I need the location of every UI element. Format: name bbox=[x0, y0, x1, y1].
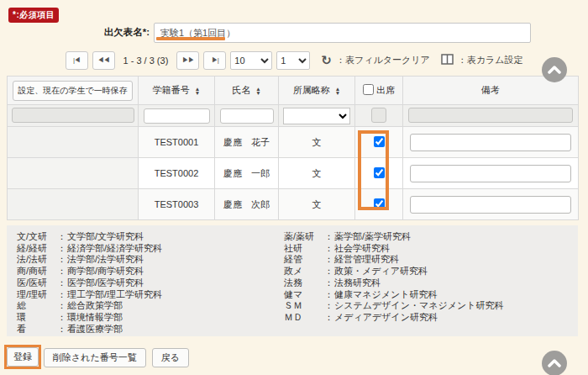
pager-next-button[interactable]: ▶▶ bbox=[176, 51, 199, 70]
legend-item: 法務：法務研究科 bbox=[284, 277, 504, 289]
footer-buttons: 削除された番号一覧 戻る bbox=[44, 348, 189, 367]
legend-item: ＭＤ：メディアデザイン研究科 bbox=[284, 312, 504, 324]
student-id-cell: TEST0001 bbox=[139, 127, 215, 158]
remarks-input[interactable] bbox=[410, 134, 571, 151]
attendance-checkbox[interactable] bbox=[374, 167, 385, 178]
row-lead-cell bbox=[8, 189, 139, 220]
page-size-select[interactable]: 10 bbox=[230, 51, 272, 70]
annotation-register-highlight: 登録 bbox=[4, 345, 41, 369]
remarks-input[interactable] bbox=[410, 165, 571, 182]
student-name-cell: 慶應 一郎 bbox=[215, 158, 279, 189]
table-columns-icon[interactable] bbox=[441, 54, 454, 66]
legend-item: 経管：経営管理研究科 bbox=[284, 254, 504, 266]
attendance-header-label: 出席 bbox=[376, 85, 395, 95]
attendance-checkbox[interactable] bbox=[374, 136, 385, 147]
chevron-up-icon bbox=[548, 66, 561, 74]
affiliation-cell: 文 bbox=[279, 158, 355, 189]
legend-item: 総：総合政策学部 bbox=[17, 300, 162, 312]
sort-icon[interactable]: ▲▼ bbox=[255, 87, 260, 96]
name-filter-input[interactable] bbox=[220, 108, 274, 124]
pager-range-text: 1 - 3 / 3 (3) bbox=[123, 55, 169, 66]
sort-icon[interactable]: ▲▼ bbox=[335, 87, 340, 96]
column-header-affiliation[interactable]: 所属略称▲▼ bbox=[279, 77, 355, 105]
pager-last-button[interactable]: ▶| bbox=[203, 51, 226, 70]
legend-left-column: 文/文研：文学部/文学研究科 経/経研：経済学部/経済学研究科 法/法研：法学部… bbox=[17, 231, 162, 335]
column-header-attendance: 出席 bbox=[355, 77, 403, 105]
tool-button-cell: 設定、現在の学生で一時保存 bbox=[8, 77, 139, 105]
legend-item: 理/理研：理工学部/理工学研究科 bbox=[17, 289, 162, 301]
filter-clear-icon[interactable]: ↻ bbox=[321, 53, 332, 68]
sort-icon[interactable]: ▲▼ bbox=[195, 87, 200, 96]
remarks-header-label: 備考 bbox=[481, 85, 500, 95]
table-row: TEST0003 慶應 次郎 文 bbox=[8, 189, 579, 220]
remarks-cell bbox=[403, 127, 579, 158]
legend-item: 商/商研：商学部/商学研究科 bbox=[17, 266, 162, 277]
column-header-student-id[interactable]: 学籍番号▲▼ bbox=[139, 77, 215, 105]
table-row: TEST0002 慶應 一郎 文 bbox=[8, 158, 579, 189]
filter-disabled-field bbox=[12, 108, 134, 123]
chevron-up-icon bbox=[548, 359, 561, 367]
legend-item: 文/文研：文学部/文学研究科 bbox=[17, 231, 162, 243]
legend-item: 医/医研：医学部/医学研究科 bbox=[17, 277, 162, 289]
register-button[interactable]: 登録 bbox=[7, 347, 39, 367]
affiliation-legend: 文/文研：文学部/文学研究科 経/経研：経済学部/経済学研究科 法/法研：法学部… bbox=[7, 225, 578, 336]
legend-item: 看：看護医療学部 bbox=[17, 324, 162, 335]
legend-right-column: 薬/薬研：薬学部/薬学研究科 社研：社会学研究科 経管：経営管理研究科 政メ：政… bbox=[284, 231, 504, 324]
row-lead-cell bbox=[8, 127, 139, 158]
pager-first-button[interactable]: |◀ bbox=[66, 51, 88, 70]
column-config-label: ：表カラム設定 bbox=[458, 54, 523, 66]
temp-save-current-students-button[interactable]: 設定、現在の学生で一時保存 bbox=[13, 81, 132, 101]
remarks-input[interactable] bbox=[410, 196, 571, 214]
attendance-cell bbox=[355, 189, 403, 220]
student-id-cell: TEST0003 bbox=[139, 189, 215, 220]
student-name-cell: 慶應 花子 bbox=[215, 127, 279, 158]
student-id-cell: TEST0002 bbox=[139, 158, 215, 189]
legend-item: 経/経研：経済学部/経済学研究科 bbox=[17, 243, 162, 255]
legend-item: 政メ：政策・メディア研究科 bbox=[284, 266, 504, 277]
attendance-sheet-name-label: 出欠表名*: bbox=[50, 26, 150, 39]
attendance-checkbox[interactable] bbox=[374, 198, 385, 209]
annotation-underline bbox=[156, 37, 225, 40]
select-all-attendance-checkbox[interactable] bbox=[363, 84, 374, 95]
row-lead-cell bbox=[8, 158, 139, 189]
legend-item: 環：環境情報学部 bbox=[17, 312, 162, 324]
remarks-cell bbox=[403, 189, 579, 220]
table-row: TEST0001 慶應 花子 文 bbox=[8, 127, 579, 158]
attendance-cell bbox=[355, 127, 403, 158]
legend-item: 健マ：健康マネジメント研究科 bbox=[284, 289, 504, 301]
pager-prev-button[interactable]: ◀◀ bbox=[92, 51, 115, 70]
legend-item: ＳＭ：システムデザイン・マネジメント研究科 bbox=[284, 300, 504, 312]
filter-disabled-field bbox=[371, 108, 386, 123]
legend-item: 社研：社会学研究科 bbox=[284, 243, 504, 255]
table-header-row: 設定、現在の学生で一時保存 学籍番号▲▼ 氏名▲▼ 所属略称▲▼ 出席 備考 bbox=[8, 77, 579, 105]
affiliation-filter-select[interactable] bbox=[283, 108, 350, 124]
attendance-table: 設定、現在の学生で一時保存 学籍番号▲▼ 氏名▲▼ 所属略称▲▼ 出席 備考 T… bbox=[7, 76, 579, 220]
affiliation-cell: 文 bbox=[279, 189, 355, 220]
required-badge: *:必須項目 bbox=[8, 8, 59, 23]
affiliation-header-label: 所属略称 bbox=[293, 85, 330, 95]
pager-toolbar: |◀ ◀◀ 1 - 3 / 3 (3) ▶▶ ▶| 10 1 ↻ ：表フィルター… bbox=[0, 50, 588, 70]
attendance-cell bbox=[355, 158, 403, 189]
column-header-name[interactable]: 氏名▲▼ bbox=[215, 77, 279, 105]
remarks-cell bbox=[403, 158, 579, 189]
deleted-numbers-button[interactable]: 削除された番号一覧 bbox=[44, 348, 146, 367]
back-button[interactable]: 戻る bbox=[152, 348, 189, 367]
legend-item: 法/法研：法学部/法学研究科 bbox=[17, 254, 162, 266]
scroll-to-top-button[interactable] bbox=[542, 351, 567, 375]
student-id-filter-input[interactable] bbox=[144, 108, 210, 124]
filter-clear-label: ：表フィルタークリア bbox=[336, 54, 430, 66]
student-name-cell: 慶應 次郎 bbox=[215, 189, 279, 220]
page-number-select[interactable]: 1 bbox=[276, 51, 310, 70]
name-header-label: 氏名 bbox=[232, 85, 250, 95]
legend-item: 薬/薬研：薬学部/薬学研究科 bbox=[284, 231, 504, 243]
student-id-header-label: 学籍番号 bbox=[153, 85, 190, 95]
filter-disabled-field bbox=[408, 108, 573, 123]
table-filter-row bbox=[8, 105, 579, 127]
scroll-to-top-button[interactable] bbox=[542, 57, 567, 82]
affiliation-cell: 文 bbox=[279, 127, 355, 158]
